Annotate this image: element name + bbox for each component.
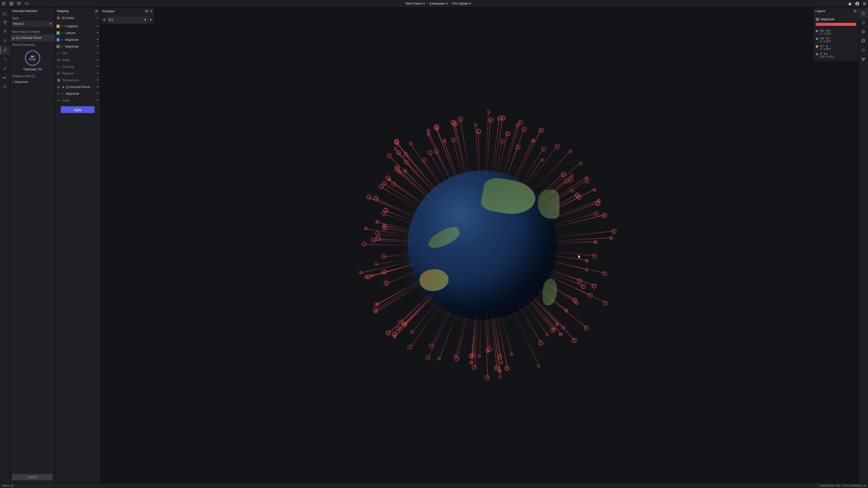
svg-point-7 (6, 21, 7, 22)
mouse-cursor (578, 255, 581, 259)
arrow-icon (56, 99, 60, 102)
map-type-dropdown[interactable]: 3D Globe (55, 15, 100, 22)
map-playback-dropdown[interactable]: Playback (55, 70, 100, 77)
map-arrow-dropdown[interactable]: Arrow (55, 97, 100, 104)
hamburger-icon[interactable] (1, 1, 6, 6)
panel-menu-icon[interactable] (95, 10, 98, 12)
search-tool[interactable] (0, 82, 10, 91)
viewport-3d-globe[interactable]: Pulsation 9.1 (100, 7, 858, 483)
svg-point-29 (6, 68, 6, 68)
history-toggle[interactable] (858, 45, 868, 55)
legend-bin[interactable]: 5.6 : 5.70 / 5,853 (816, 36, 856, 44)
halo-icon (56, 85, 60, 89)
state-dropdown[interactable]: Result 1 (11, 21, 53, 27)
network-tool[interactable] (0, 18, 10, 27)
map-shape-dropdown[interactable]: Shape (55, 57, 100, 63)
svg-text:xAI: xAI (3, 76, 6, 79)
pulsation-next[interactable] (149, 19, 153, 21)
svg-point-8 (5, 23, 5, 24)
cluster-tool[interactable] (0, 55, 10, 64)
anomaly-panel-title: Anomaly Detection (12, 9, 37, 13)
panels-toggle[interactable] (858, 36, 868, 45)
chevron-down-icon (97, 18, 99, 19)
color-ring-icon (56, 45, 60, 48)
svg-point-44 (863, 31, 864, 33)
svg-point-2 (27, 3, 28, 4)
chart-tool[interactable] (0, 9, 10, 18)
groupby-icon (56, 65, 60, 69)
legend-bin[interactable]: 5.7 : 60 / 5,853 (816, 44, 856, 51)
result-glyph-icon: ◪ (12, 36, 14, 39)
pulsation-value-dropdown[interactable]: 9.1 (107, 17, 148, 23)
playback-icon (56, 72, 60, 75)
legend-dot (816, 45, 818, 48)
legend-color-bar (816, 23, 856, 26)
map-z-dropdown[interactable]: Z# Magnitude (55, 36, 100, 43)
pulsation-prev[interactable] (102, 19, 105, 21)
mapping-panel-title: Mapping (57, 9, 68, 13)
apply-button[interactable]: Apply (61, 106, 94, 113)
filters-label[interactable]: Filters: (2, 484, 13, 487)
anomaly-tool[interactable] (0, 45, 10, 55)
svg-point-35 (57, 59, 59, 60)
svg-rect-0 (10, 2, 13, 5)
legend-toggle[interactable] (858, 9, 868, 18)
legend-bin[interactable]: 5.5 : 5.60 / 5,853 (816, 28, 856, 36)
breadcrumb-view[interactable]: Plot Update (452, 2, 471, 5)
status-bar: Filters: Visible/Total: 282 / 23,412 (Mi… (0, 483, 868, 488)
map-color-dropdown[interactable]: # Magnitude (55, 43, 100, 50)
svg-rect-1 (18, 2, 21, 4)
model-tool[interactable] (0, 36, 10, 45)
breadcrumb-dataset[interactable]: Earthquake (429, 2, 448, 5)
results-summary-label: Results Summary (10, 41, 55, 47)
map-y-dropdown[interactable]: Y# Latitude (55, 30, 100, 36)
search-query-icon[interactable] (25, 1, 29, 6)
legend-title: Legend (815, 9, 825, 13)
legend-field: Magnitude (820, 18, 835, 21)
x-axis-badge: X (56, 25, 60, 28)
map-transparency-dropdown[interactable]: Transparency (55, 77, 100, 84)
xai-tool[interactable]: xAI (0, 73, 10, 82)
svg-point-24 (6, 60, 6, 60)
close-icon[interactable] (150, 10, 153, 12)
pipeline-toggle[interactable] (858, 55, 868, 64)
map-x-dropdown[interactable]: X# Longitude (55, 23, 100, 30)
map-groupby-dropdown[interactable]: Group By (55, 63, 100, 70)
pulsation-icon (56, 92, 60, 96)
new-feature-label: New Feature Created (10, 28, 55, 34)
pulsation-panel: Pulsation 9.1 (100, 7, 155, 25)
feature-item[interactable]: #Magnitude (10, 79, 55, 85)
legend-bin[interactable]: 6 : 9.1282 / 5,853 (816, 51, 856, 59)
svg-point-6 (3, 21, 4, 22)
geo-tool[interactable] (0, 27, 10, 36)
gear-icon[interactable] (862, 1, 867, 6)
legend-dot (816, 53, 818, 56)
map-size-dropdown[interactable]: Size (55, 50, 100, 57)
map-halo-dropdown[interactable]: ◪ (1) Anomaly Result (55, 84, 100, 90)
regression-tool[interactable] (0, 64, 10, 73)
applied-button[interactable]: Applied (12, 474, 53, 480)
comment-icon[interactable] (17, 1, 21, 6)
panel-menu-icon[interactable] (854, 10, 857, 12)
svg-point-31 (4, 85, 6, 88)
anomaly-panel: Anomaly Detection State Result 1 New Fea… (10, 7, 55, 483)
brand-icon[interactable] (848, 1, 852, 6)
target-toggle[interactable] (858, 27, 868, 36)
panel-menu-icon[interactable] (145, 10, 148, 12)
account-icon[interactable] (855, 1, 859, 6)
map-pulsation-dropdown[interactable]: # Magnitude (55, 90, 100, 97)
svg-rect-48 (864, 58, 865, 59)
svg-point-27 (4, 69, 5, 69)
insight-toggle[interactable] (858, 18, 868, 27)
grid-icon[interactable] (9, 1, 13, 6)
svg-point-18 (4, 51, 5, 52)
color-ring-icon (816, 18, 819, 21)
svg-point-9 (5, 31, 5, 32)
state-label: State (10, 15, 55, 21)
svg-point-21 (4, 58, 5, 58)
anomaly-result-item[interactable]: ◪ (1) Anomaly Result (10, 34, 55, 41)
legend-dot (816, 30, 818, 32)
svg-point-16 (3, 50, 4, 50)
results-donut: 282Points (24, 50, 41, 67)
breadcrumb-project[interactable]: New Project (406, 2, 425, 5)
